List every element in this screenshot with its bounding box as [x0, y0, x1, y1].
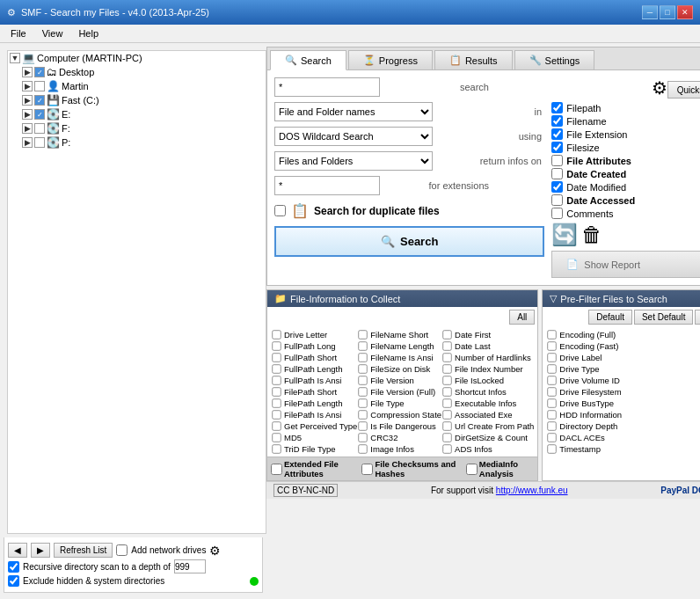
checksums-checkbox[interactable]: [361, 464, 373, 475]
cb-url-create[interactable]: [442, 421, 451, 430]
cb-encoding-fast[interactable]: [548, 341, 557, 350]
menu-help[interactable]: Help: [71, 26, 106, 40]
cb-fullpath-ansi[interactable]: [272, 376, 281, 384]
cb-filepath-length[interactable]: [272, 398, 281, 407]
filename-checkbox[interactable]: [551, 115, 563, 127]
tree-checkbox-e[interactable]: ✓: [34, 109, 45, 120]
cb-perceived-type[interactable]: [272, 421, 281, 430]
cb-fullpath-length[interactable]: [272, 364, 281, 373]
cb-dacl-aces[interactable]: [548, 433, 557, 442]
extended-checkbox[interactable]: [271, 464, 282, 475]
modified-checkbox[interactable]: [551, 181, 563, 193]
using-dropdown[interactable]: DOS Wildcard Search: [274, 127, 433, 146]
duplicate-checkbox[interactable]: [274, 205, 286, 216]
all-button[interactable]: All: [509, 310, 535, 325]
cb-encoding-full[interactable]: [548, 330, 557, 339]
cb-drive-letter[interactable]: [272, 330, 281, 339]
cb-date-last[interactable]: [442, 341, 451, 350]
trash-icon[interactable]: 🗑: [581, 223, 602, 247]
nav-fwd-button[interactable]: ▶: [31, 543, 50, 558]
accessed-checkbox[interactable]: [551, 194, 563, 206]
tree-checkbox-p[interactable]: [34, 137, 45, 148]
return-dropdown[interactable]: Files and Folders: [274, 151, 433, 171]
cb-file-type[interactable]: [359, 398, 368, 407]
cb-timestamp[interactable]: [548, 444, 557, 453]
comments-checkbox[interactable]: [551, 208, 563, 219]
nav-back-button[interactable]: ◀: [8, 543, 27, 558]
config-icon[interactable]: ⚙: [652, 77, 667, 99]
cb-dir-depth[interactable]: [548, 421, 557, 430]
cb-hardlinks[interactable]: [442, 353, 451, 362]
filesize-checkbox[interactable]: [551, 142, 563, 153]
tree-item-e[interactable]: ▶ ✓ 💽 E:: [8, 107, 266, 121]
exclude-hidden-checkbox[interactable]: [8, 575, 19, 587]
cb-drive-type[interactable]: [548, 364, 557, 373]
cb-fullpath-long[interactable]: [272, 341, 281, 350]
show-report-button[interactable]: 📄 Show Report: [551, 251, 700, 278]
tree-expand-f[interactable]: ▶: [22, 123, 33, 134]
cb-compression[interactable]: [359, 410, 368, 419]
paypal-label[interactable]: PayPal DONATE: [660, 486, 700, 495]
quicksave-button[interactable]: Quicksave: [667, 81, 700, 99]
search-value-input[interactable]: [274, 77, 380, 97]
refresh-icon[interactable]: 🔄: [551, 223, 578, 247]
tree-expand-martin[interactable]: ▶: [22, 81, 33, 91]
tree-checkbox-f[interactable]: [34, 123, 45, 134]
tree-expand-root[interactable]: ▼: [10, 53, 20, 63]
cb-filename-length[interactable]: [359, 341, 368, 350]
set-default-button[interactable]: Set Default: [634, 310, 693, 325]
cb-drive-bustype[interactable]: [548, 398, 557, 407]
cb-drive-label[interactable]: [548, 353, 557, 362]
tree-checkbox-c[interactable]: ✓: [34, 95, 45, 106]
tab-settings[interactable]: 🔧 Settings: [514, 50, 595, 69]
search-button[interactable]: 🔍 Search: [274, 226, 544, 257]
cb-filename-short[interactable]: [359, 330, 368, 339]
menu-view[interactable]: View: [35, 26, 70, 40]
tree-item-desktop[interactable]: ▶ ✓ 🗂 Desktop: [8, 65, 266, 79]
cb-islocked[interactable]: [442, 376, 451, 384]
cb-filepath-ansi[interactable]: [272, 410, 281, 419]
cb-filesize-disk[interactable]: [359, 364, 368, 373]
close-button[interactable]: ✕: [677, 5, 693, 19]
cb-associated-exe[interactable]: [442, 410, 451, 419]
support-link[interactable]: http://www.funk.eu: [496, 486, 568, 495]
in-dropdown[interactable]: File and Folder names: [274, 102, 433, 121]
cb-image-infos[interactable]: [359, 444, 368, 453]
cb-drive-filesystem[interactable]: [548, 387, 557, 396]
settings-icon[interactable]: ⚙: [209, 544, 221, 558]
tree-item-martin[interactable]: ▶ 👤 Martin: [8, 79, 266, 93]
attributes-checkbox[interactable]: [551, 155, 563, 166]
recursive-checkbox[interactable]: [8, 561, 19, 573]
minimize-button[interactable]: ─: [642, 5, 658, 19]
tree-item-p[interactable]: ▶ 💽 P:: [8, 135, 266, 150]
tree-expand-e[interactable]: ▶: [22, 109, 33, 120]
default-button[interactable]: Default: [588, 310, 632, 325]
tree-expand-p[interactable]: ▶: [22, 137, 33, 148]
add-network-checkbox[interactable]: [116, 544, 128, 556]
cb-fullpath-short[interactable]: [272, 353, 281, 362]
cb-index-number[interactable]: [442, 364, 451, 373]
tree-expand-c[interactable]: ▶: [22, 95, 33, 106]
tab-results[interactable]: 📋 Results: [434, 50, 513, 69]
extension-checkbox[interactable]: [551, 128, 563, 140]
none-button[interactable]: None: [695, 310, 700, 325]
filepath-checkbox[interactable]: [551, 102, 563, 113]
cb-ads-infos[interactable]: [442, 444, 451, 453]
tree-checkbox-desktop[interactable]: ✓: [34, 67, 45, 77]
tab-search[interactable]: 🔍 Search: [270, 50, 346, 70]
cb-executable[interactable]: [442, 398, 451, 407]
cb-trid[interactable]: [272, 444, 281, 453]
cb-filepath-short[interactable]: [272, 387, 281, 396]
cb-filename-ansi[interactable]: [359, 353, 368, 362]
cb-hdd-info[interactable]: [548, 410, 557, 419]
cb-dangerous[interactable]: [359, 421, 368, 430]
cb-shortcut-infos[interactable]: [442, 387, 451, 396]
created-checkbox[interactable]: [551, 168, 563, 179]
cb-md5[interactable]: [272, 433, 281, 442]
tab-progress[interactable]: ⏳ Progress: [348, 50, 433, 69]
tree-checkbox-martin[interactable]: [34, 81, 45, 91]
refresh-button[interactable]: Refresh List: [54, 543, 113, 558]
tree-item-c[interactable]: ▶ ✓ 💾 Fast (C:): [8, 93, 266, 107]
cb-date-first[interactable]: [442, 330, 451, 339]
mediainfo-checkbox[interactable]: [466, 464, 478, 475]
